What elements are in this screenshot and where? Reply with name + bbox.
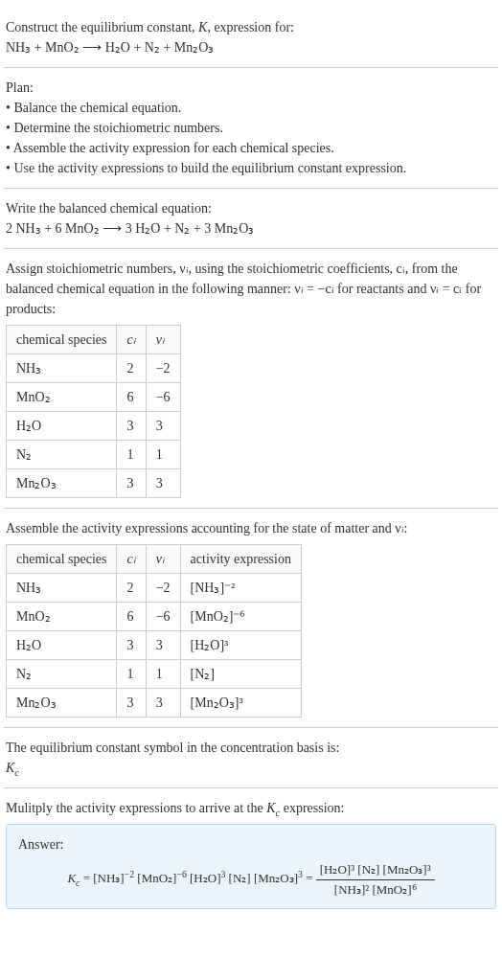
col-ci: cᵢ: [117, 545, 146, 574]
activity-section: Assemble the activity expressions accoun…: [4, 509, 498, 728]
multiply-intro: Mulitply the activity expressions to arr…: [6, 798, 496, 818]
kc-symbol-intro: The equilibrium constant symbol in the c…: [6, 738, 496, 758]
table-row: Mn₂O₃33[Mn₂O₃]³: [7, 689, 302, 718]
kc-symbol: Kc: [6, 758, 496, 778]
col-ci: cᵢ: [117, 326, 146, 354]
answer-box: Answer: Kc = [NH₃]−2 [MnO₂]−6 [H₂O]3 [N₂…: [6, 824, 496, 909]
unbalanced-equation: NH₃ + MnO₂ ⟶ H₂O + N₂ + Mn₂O₃: [6, 37, 496, 57]
stoich-section: Assign stoichiometric numbers, νᵢ, using…: [4, 249, 498, 509]
table-row: H₂O33: [7, 412, 181, 441]
table-header-row: chemical species cᵢ νᵢ: [7, 326, 181, 354]
col-nui: νᵢ: [146, 545, 180, 574]
stoich-table: chemical species cᵢ νᵢ NH₃2−2 MnO₂6−6 H₂…: [6, 325, 181, 498]
table-header-row: chemical species cᵢ νᵢ activity expressi…: [7, 545, 302, 574]
activity-intro: Assemble the activity expressions accoun…: [6, 518, 496, 538]
balanced-equation: 2 NH₃ + 6 MnO₂ ⟶ 3 H₂O + N₂ + 3 Mn₂O₃: [6, 218, 496, 239]
plan-section: Plan: Balance the chemical equation. Det…: [4, 68, 498, 189]
kc-symbol-section: The equilibrium constant symbol in the c…: [4, 728, 498, 788]
col-species: chemical species: [7, 545, 117, 574]
table-row: NH₃2−2: [7, 354, 181, 383]
plan-title: Plan:: [6, 78, 496, 98]
prompt-line: Construct the equilibrium constant, K, e…: [6, 17, 496, 37]
fraction-numerator: [H₂O]³ [N₂] [Mn₂O₃]³: [316, 860, 435, 880]
table-row: MnO₂6−6: [7, 383, 181, 412]
table-row: Mn₂O₃33: [7, 469, 181, 498]
fraction-denominator: [NH₃]² [MnO₂]⁶: [316, 880, 435, 900]
multiply-section: Mulitply the activity expressions to arr…: [4, 788, 498, 919]
activity-table: chemical species cᵢ νᵢ activity expressi…: [6, 544, 302, 718]
prompt-text-1: Construct the equilibrium constant, K, e…: [6, 20, 294, 34]
plan-list: Balance the chemical equation. Determine…: [6, 98, 496, 178]
multiply-text: Mulitply the activity expressions to arr…: [6, 801, 344, 815]
balanced-section: Write the balanced chemical equation: 2 …: [4, 189, 498, 249]
balanced-title: Write the balanced chemical equation:: [6, 198, 496, 218]
col-nui: νᵢ: [146, 326, 180, 354]
table-row: N₂11[N₂]: [7, 660, 302, 689]
col-species: chemical species: [7, 326, 117, 354]
table-row: H₂O33[H₂O]³: [7, 631, 302, 660]
plan-item: Determine the stoichiometric numbers.: [6, 118, 496, 138]
prompt-section: Construct the equilibrium constant, K, e…: [4, 8, 498, 68]
plan-item: Assemble the activity expression for eac…: [6, 138, 496, 158]
table-row: N₂11: [7, 441, 181, 469]
fraction: [H₂O]³ [N₂] [Mn₂O₃]³ [NH₃]² [MnO₂]⁶: [316, 860, 435, 899]
answer-label: Answer:: [18, 834, 484, 855]
stoich-intro: Assign stoichiometric numbers, νᵢ, using…: [6, 259, 496, 319]
table-row: NH₃2−2[NH₃]⁻²: [7, 574, 302, 603]
col-activity: activity expression: [180, 545, 301, 574]
table-row: MnO₂6−6[MnO₂]⁻⁶: [7, 603, 302, 631]
plan-item: Use the activity expressions to build th…: [6, 158, 496, 178]
plan-item: Balance the chemical equation.: [6, 98, 496, 118]
kc-expression: Kc = [NH₃]−2 [MnO₂]−6 [H₂O]3 [N₂] [Mn₂O₃…: [18, 860, 484, 899]
